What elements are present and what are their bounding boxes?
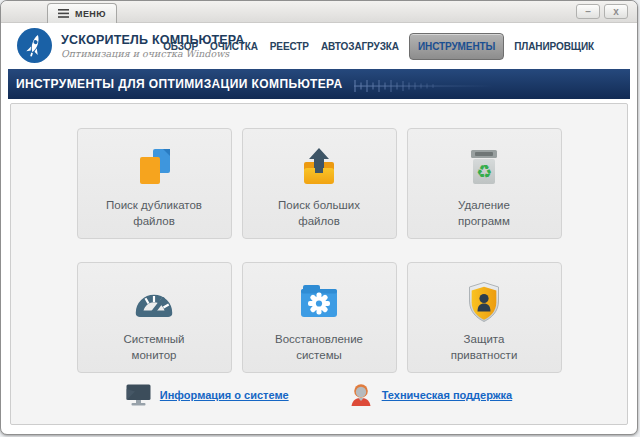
- rocket-logo-icon: [17, 28, 52, 63]
- hamburger-icon: [58, 9, 69, 18]
- titlebar: МЕНЮ – x: [1, 1, 637, 23]
- monitor-icon: [126, 384, 151, 406]
- tool-label: Системный монитор: [124, 331, 185, 363]
- window-controls: – x: [576, 4, 628, 19]
- section-title: ИНСТРУМЕНТЫ ДЛЯ ОПТИМИЗАЦИИ КОМПЬЮТЕРА: [16, 77, 343, 91]
- uninstall-programs-icon: ♻: [462, 146, 506, 190]
- footer-links: Информация о системе Техническая поддерж…: [11, 383, 627, 407]
- system-monitor-icon: [132, 280, 176, 324]
- tab-planirovschik[interactable]: ПЛАНИРОВЩИК: [508, 35, 600, 58]
- minimize-button[interactable]: –: [576, 4, 600, 19]
- svg-text:♻: ♻: [476, 161, 492, 182]
- tool-label: Поиск больших файлов: [278, 197, 360, 229]
- close-button[interactable]: x: [604, 4, 628, 19]
- tool-label: Поиск дубликатов файлов: [106, 197, 202, 229]
- tab-reestr[interactable]: РЕЕСТР: [264, 35, 315, 58]
- support-person-icon: [349, 383, 373, 407]
- navbar: УСКОРИТЕЛЬ КОМПЬЮТЕРА Оптимизация и очис…: [1, 23, 637, 69]
- tool-label: Удаление программ: [458, 197, 510, 229]
- menu-button-label: МЕНЮ: [75, 9, 106, 19]
- system-restore-icon: [297, 280, 341, 324]
- tool-card-system-monitor[interactable]: Системный монитор: [77, 262, 232, 373]
- tool-label: Защита приватности: [451, 331, 518, 363]
- system-info-link[interactable]: Информация о системе: [160, 389, 289, 401]
- tab-ochistka[interactable]: ОЧИСТКА: [204, 35, 264, 58]
- content-panel: Поиск дубликатов файлов Поиск: [10, 103, 628, 425]
- tab-obzor[interactable]: ОБЗОР: [157, 35, 204, 58]
- tool-label: Восстановление системы: [275, 331, 363, 363]
- tool-card-uninstall-programs[interactable]: ♻ Удаление программ: [407, 128, 562, 239]
- big-files-icon: [297, 146, 341, 190]
- tool-card-big-files[interactable]: Поиск больших файлов: [242, 128, 397, 239]
- app-window: МЕНЮ – x УСКОРИТЕЛЬ КОМПЬЮТЕРА Оптимиза: [0, 0, 638, 435]
- tech-support-link-row: Техническая поддержка: [349, 383, 513, 407]
- tool-card-duplicate-files[interactable]: Поиск дубликатов файлов: [77, 128, 232, 239]
- nav-tabs: ОБЗОР ОЧИСТКА РЕЕСТР АВТОЗАГРУЗКА ИНСТРУ…: [157, 23, 600, 69]
- section-header: ИНСТРУМЕНТЫ ДЛЯ ОПТИМИЗАЦИИ КОМПЬЮТЕРА: [8, 69, 630, 99]
- tool-card-privacy[interactable]: Защита приватности: [407, 262, 562, 373]
- menu-button[interactable]: МЕНЮ: [47, 3, 117, 23]
- tech-support-link[interactable]: Техническая поддержка: [382, 389, 513, 401]
- ruler-decoration-icon: [353, 78, 503, 94]
- privacy-shield-icon: [462, 280, 506, 324]
- tab-avtozagruzka[interactable]: АВТОЗАГРУЗКА: [315, 35, 405, 58]
- tools-grid: Поиск дубликатов файлов Поиск: [77, 128, 562, 373]
- tool-card-system-restore[interactable]: Восстановление системы: [242, 262, 397, 373]
- duplicate-files-icon: [132, 146, 176, 190]
- system-info-link-row: Информация о системе: [126, 383, 289, 407]
- tab-instrumenty[interactable]: ИНСТРУМЕНТЫ: [409, 33, 504, 60]
